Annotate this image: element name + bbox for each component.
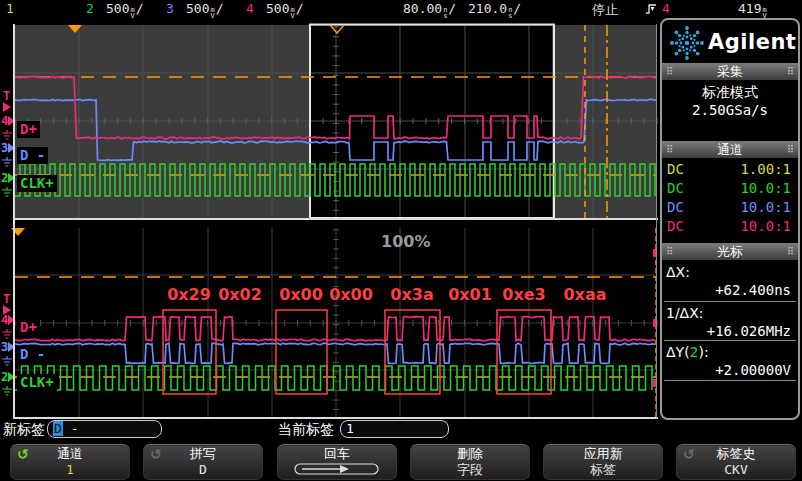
drag-handle-icon: ⠿ bbox=[787, 244, 794, 259]
softkey-delete-field-value: 字段 bbox=[410, 462, 530, 478]
inv-delta-x-label: 1/ΔX: bbox=[666, 305, 704, 321]
delta-x-label: ΔX: bbox=[666, 264, 690, 280]
timebase-readout: 80.00ns/ bbox=[403, 1, 456, 19]
graticule-bottom-border bbox=[13, 417, 658, 419]
trigger-edge-icon bbox=[644, 2, 658, 16]
unit-mv: mV bbox=[210, 7, 214, 19]
delay-readout: 210.0ns/ bbox=[468, 1, 521, 19]
drag-handle-icon: ⠿ bbox=[787, 64, 794, 79]
ch3-coupling-row: DC10.0:1 bbox=[662, 199, 798, 217]
softkey-enter[interactable]: 回车 bbox=[277, 444, 397, 480]
ch2-coupling-row: DC10.0:1 bbox=[662, 180, 798, 198]
run-state: 停止 bbox=[592, 1, 618, 19]
delta-y-value: +2.00000V bbox=[715, 362, 791, 378]
decoded-byte-label: 0xaa bbox=[563, 285, 606, 304]
decoded-byte-label: 0x01 bbox=[448, 285, 492, 304]
acquisition-mode: 标准模式 bbox=[662, 84, 798, 102]
separator bbox=[664, 340, 796, 341]
channel-label: D - bbox=[17, 346, 48, 363]
ch1-status: 1 bbox=[6, 1, 14, 16]
decoded-byte-label: 0x00 bbox=[329, 285, 373, 304]
cycle-icon: ↺ bbox=[683, 446, 695, 462]
channel-label: D+ bbox=[17, 319, 40, 336]
oscilloscope-screen: 1 2 500mV/ 3 500mV/ 4 500mV/ 80.00ns/ 21… bbox=[0, 0, 802, 481]
channel-marker-number: 3 bbox=[1, 340, 8, 354]
ch2-scale: 500mV/ bbox=[106, 1, 144, 19]
decoded-byte-label: 0xe3 bbox=[502, 285, 545, 304]
decoded-byte-label: 0x00 bbox=[279, 285, 323, 304]
ch3-status-num: 3 bbox=[166, 1, 174, 16]
trigger-level: 419mV bbox=[738, 1, 768, 19]
softkey-apply-label[interactable]: 应用新 标签 bbox=[543, 444, 663, 480]
text-cursor: D bbox=[53, 421, 63, 436]
trigger-level-marker: T bbox=[3, 89, 10, 103]
ch4-status-num: 4 bbox=[246, 1, 254, 16]
drag-handle-icon: ⠿ bbox=[666, 244, 673, 259]
brand-name: Agilent bbox=[708, 30, 796, 54]
current-label-input[interactable]: 1 bbox=[340, 420, 449, 438]
ch3-scale: 500mV/ bbox=[186, 1, 224, 19]
inv-delta-x-value: +16.026MHz bbox=[707, 323, 791, 339]
channel-marker-number: 3 bbox=[1, 141, 8, 155]
channel-label: CLK+ bbox=[17, 175, 57, 192]
info-panel: Agilent ⠿ 采集 ⠿ 标准模式 2.50GSa/s ⠿ 通道 ⠿ DC1… bbox=[660, 18, 800, 420]
softkey-spell-value: D bbox=[143, 462, 263, 478]
channels-header: ⠿ 通道 ⠿ bbox=[662, 141, 798, 158]
unit-mv: mV bbox=[130, 7, 134, 19]
channel-marker-number: 4 bbox=[1, 114, 8, 128]
unit-mv: mV bbox=[762, 7, 766, 19]
softkey-label-history[interactable]: ↺标签史 CKV bbox=[676, 444, 796, 480]
cycle-icon: ↺ bbox=[150, 446, 162, 462]
softkey-apply-label-value: 标签 bbox=[543, 462, 663, 478]
drag-handle-icon: ⠿ bbox=[666, 64, 673, 79]
ch2-status-num: 2 bbox=[86, 1, 94, 16]
new-label-input[interactable]: D - bbox=[47, 420, 162, 438]
graticule-right-border bbox=[656, 24, 657, 418]
zoom-percentage: 100% bbox=[381, 232, 430, 251]
graticule-left-border bbox=[13, 24, 15, 418]
trigger-level-marker: T bbox=[3, 292, 10, 306]
trigger-source: 4 bbox=[662, 1, 670, 16]
softkey-delete-field[interactable]: 删除 字段 bbox=[410, 444, 530, 480]
channel-marker-number: 4 bbox=[1, 313, 8, 327]
channel-marker-number: 2 bbox=[1, 370, 8, 384]
enter-arrow-icon bbox=[277, 462, 397, 478]
ch1-coupling-row: DC1.00:1 bbox=[662, 161, 798, 179]
unit-ns: ns bbox=[508, 7, 512, 19]
cursors-header: ⠿ 光标 ⠿ bbox=[662, 243, 798, 260]
agilent-starburst-icon bbox=[668, 24, 706, 62]
unit-mv: mV bbox=[290, 7, 294, 19]
softkey-channel[interactable]: ↺通道 1 bbox=[10, 444, 130, 480]
sample-rate: 2.50GSa/s bbox=[662, 102, 798, 118]
unit-ns: ns bbox=[443, 7, 447, 19]
drag-handle-icon: ⠿ bbox=[787, 142, 794, 157]
channel-label: D+ bbox=[17, 121, 40, 138]
decoded-byte-label: 0x29 bbox=[167, 285, 211, 304]
channel-label: CLK+ bbox=[17, 374, 57, 391]
softkey-label-history-value: CKV bbox=[676, 462, 796, 478]
softkey-spell[interactable]: ↺拼写 D bbox=[143, 444, 263, 480]
cycle-icon: ↺ bbox=[17, 446, 29, 462]
ch4-coupling-row: DC10.0:1 bbox=[662, 218, 798, 236]
decoded-byte-label: 0x3a bbox=[390, 285, 433, 304]
delta-y-label: ΔY(2): bbox=[666, 344, 709, 360]
delta-x-value: +62.400ns bbox=[715, 282, 791, 298]
ch4-scale: 500mV/ bbox=[266, 1, 304, 19]
acquisition-header: ⠿ 采集 ⠿ bbox=[662, 63, 798, 80]
drag-handle-icon: ⠿ bbox=[666, 142, 673, 157]
channel-marker-number: 2 bbox=[1, 171, 8, 185]
graticule-mid-border bbox=[13, 218, 658, 220]
separator bbox=[664, 301, 796, 302]
channel-label: D - bbox=[17, 147, 48, 164]
softkey-channel-value: 1 bbox=[10, 462, 130, 478]
decoded-byte-label: 0x02 bbox=[218, 285, 262, 304]
separator bbox=[664, 380, 796, 381]
